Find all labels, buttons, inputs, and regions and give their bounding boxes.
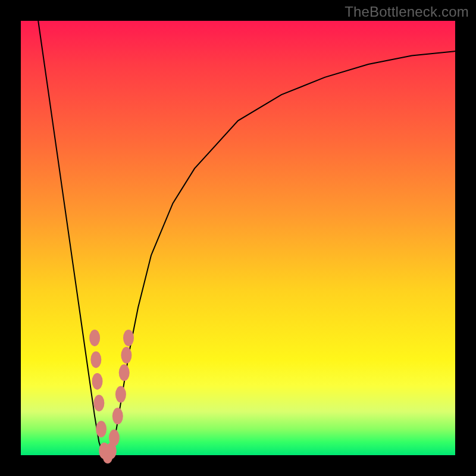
plot-area xyxy=(21,21,455,455)
marker-point xyxy=(109,430,120,446)
marker-point xyxy=(115,386,126,403)
marker-point xyxy=(112,408,123,424)
highlight-markers xyxy=(89,330,134,464)
chart-svg xyxy=(21,21,455,455)
chart-frame: TheBottleneck.com xyxy=(0,0,476,476)
marker-point xyxy=(89,330,100,346)
bottleneck-curve xyxy=(38,21,455,455)
marker-point xyxy=(123,330,134,346)
marker-point xyxy=(93,394,104,411)
marker-point xyxy=(119,364,130,381)
marker-point xyxy=(121,347,131,364)
marker-point xyxy=(96,421,107,437)
watermark-text: TheBottleneck.com xyxy=(345,4,469,20)
marker-point xyxy=(90,351,101,368)
marker-point xyxy=(92,373,103,390)
